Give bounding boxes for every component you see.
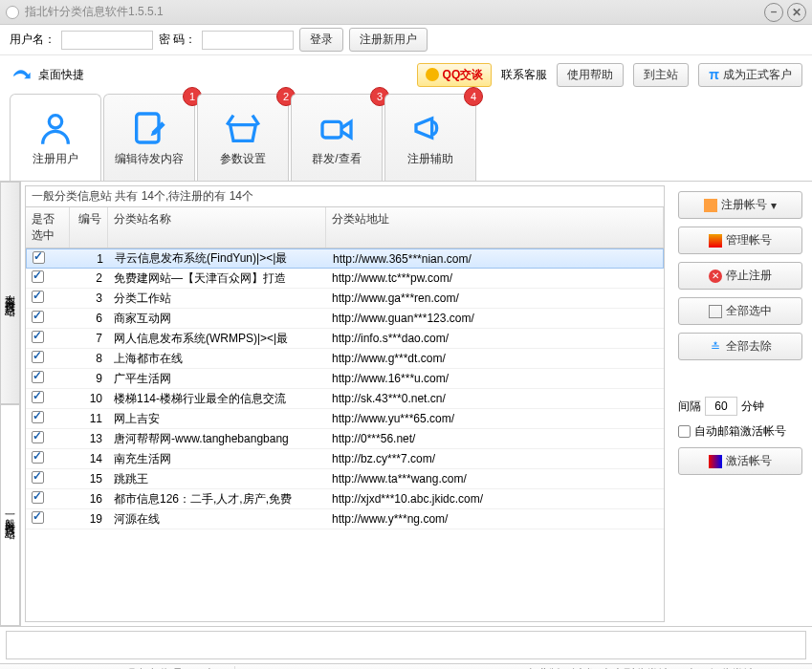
- auto-mail-checkbox[interactable]: 自动邮箱激活帐号: [678, 423, 802, 440]
- table-row[interactable]: 1寻云信息发布系统(FindYun)|><|最http://www.365***…: [26, 248, 664, 269]
- auto-mail-label: 自动邮箱激活帐号: [694, 423, 786, 440]
- minimize-button[interactable]: －: [764, 3, 783, 22]
- log-area[interactable]: [6, 631, 806, 659]
- login-bar: 用户名： 密 码： 登录 注册新用户: [0, 25, 812, 55]
- select-all-icon: [709, 305, 722, 318]
- row-checkbox[interactable]: [32, 311, 44, 323]
- row-name: 上海都市在线: [108, 349, 326, 369]
- remove-all-button[interactable]: ≛全部去除: [678, 333, 802, 360]
- select-all-label: 全部选中: [726, 303, 772, 319]
- main-site-button[interactable]: 到主站: [633, 63, 689, 87]
- table-row[interactable]: 10楼梯114-楼梯行业最全的信息交流http://sk.43***0.net.…: [26, 389, 664, 409]
- table-row[interactable]: 11网上吉安http://www.yu***65.com/: [26, 409, 664, 429]
- password-input[interactable]: [202, 31, 294, 50]
- row-number: 9: [70, 370, 108, 387]
- table-row[interactable]: 13唐河帮帮网-www.tanghebangbanghttp://0***56.…: [26, 429, 664, 449]
- desktop-shortcut-label: 桌面快捷: [38, 67, 84, 83]
- tab-label: 参数设置: [220, 151, 266, 167]
- main-tabs: 注册用户 1 编辑待发内容 2 参数设置 3 群发/查看 4 注册辅助: [0, 94, 812, 182]
- select-all-button[interactable]: 全部选中: [678, 297, 802, 325]
- auto-mail-input[interactable]: [678, 425, 691, 438]
- row-number: 14: [70, 450, 108, 467]
- tab-edit-content[interactable]: 1 编辑待发内容: [103, 94, 195, 181]
- row-url: http://0***56.net/: [326, 430, 664, 447]
- row-url: http://www.y***ng.com/: [326, 510, 664, 528]
- interval-row: 间隔 分钟: [678, 397, 802, 416]
- row-checkbox[interactable]: [32, 411, 44, 423]
- tab-settings[interactable]: 2 参数设置: [197, 94, 289, 181]
- tab-register-user[interactable]: 注册用户: [10, 94, 101, 181]
- vtab-large-sites[interactable]: 大型分类信息站: [0, 182, 20, 404]
- col-url[interactable]: 分类站地址: [326, 207, 664, 248]
- qq-contact-button[interactable]: QQ交谈: [417, 63, 493, 87]
- become-customer-button[interactable]: π成为正式客户: [698, 63, 802, 87]
- svg-rect-2: [322, 121, 341, 138]
- grid-body[interactable]: 1寻云信息发布系统(FindYun)|><|最http://www.365***…: [26, 248, 664, 621]
- row-checkbox[interactable]: [32, 371, 44, 383]
- table-row[interactable]: 7网人信息发布系统(WRMPS)|><|最http://info.s***dao…: [26, 329, 664, 349]
- row-number: 7: [70, 330, 108, 347]
- row-checkbox[interactable]: [32, 331, 44, 343]
- row-number: 6: [70, 310, 108, 327]
- row-checkbox[interactable]: [32, 351, 44, 363]
- contact-service-label: 联系客服: [501, 67, 547, 83]
- row-number: 13: [70, 430, 108, 447]
- password-label: 密 码：: [159, 32, 196, 48]
- remove-all-icon: ≛: [709, 340, 722, 354]
- row-checkbox[interactable]: [32, 471, 44, 484]
- row-checkbox[interactable]: [32, 270, 44, 283]
- pi-icon: π: [709, 67, 719, 82]
- row-name: 广平生活网: [108, 369, 326, 389]
- col-name[interactable]: 分类站名称: [108, 207, 326, 248]
- table-row[interactable]: 2免费建网站—【天津百众网】打造http://www.tc***pw.com/: [26, 269, 664, 289]
- stop-icon: ✕: [709, 270, 722, 283]
- row-number: 16: [70, 490, 108, 507]
- interval-unit: 分钟: [741, 399, 764, 415]
- side-panel: 注册帐号▾ 管理帐号 ✕停止注册 全部选中 ≛全部去除 间隔 分钟 自动邮箱激活…: [669, 182, 812, 626]
- table-row[interactable]: 15跳跳王http://www.ta***wang.com/: [26, 469, 664, 489]
- tab-send-view[interactable]: 3 群发/查看: [291, 94, 383, 181]
- table-row[interactable]: 16都市信息126：二手,人才,房产,免费http://xjxd***10.ab…: [26, 489, 664, 509]
- row-checkbox[interactable]: [32, 391, 44, 403]
- stop-register-button[interactable]: ✕停止注册: [678, 262, 802, 290]
- vtab-general-sites[interactable]: 一般分类信息站: [0, 404, 20, 627]
- row-url: http://www.365***nian.com/: [327, 250, 663, 268]
- manage-icon: [709, 234, 722, 248]
- tab-register-assist[interactable]: 4 注册辅助: [384, 94, 476, 181]
- table-row[interactable]: 9广平生活网http://www.16***u.com/: [26, 369, 664, 389]
- username-label: 用户名：: [10, 32, 55, 48]
- row-checkbox[interactable]: [32, 291, 44, 303]
- row-checkbox[interactable]: [32, 431, 44, 443]
- username-input[interactable]: [61, 31, 153, 50]
- table-row[interactable]: 14南充生活网http://bz.cy***7.com/: [26, 449, 664, 469]
- help-button[interactable]: 使用帮助: [557, 63, 624, 87]
- activate-account-button[interactable]: 激活帐号: [678, 447, 802, 475]
- col-number[interactable]: 编号: [70, 207, 108, 248]
- tab-label: 群发/查看: [312, 151, 361, 167]
- close-button[interactable]: ✕: [787, 3, 806, 22]
- row-checkbox[interactable]: [32, 491, 44, 504]
- row-number: 3: [70, 290, 108, 307]
- register-account-button[interactable]: 注册帐号▾: [678, 191, 802, 219]
- table-row[interactable]: 19河源在线http://www.y***ng.com/: [26, 509, 664, 529]
- row-name: 网上吉安: [108, 409, 326, 429]
- row-checkbox[interactable]: [32, 451, 44, 464]
- row-checkbox[interactable]: [33, 251, 45, 264]
- row-name: 寻云信息发布系统(FindYun)|><|最: [109, 248, 327, 269]
- manage-account-button[interactable]: 管理帐号: [678, 227, 802, 254]
- activate-account-label: 激活帐号: [726, 453, 772, 469]
- register-user-button[interactable]: 注册新用户: [349, 28, 428, 52]
- row-checkbox[interactable]: [32, 511, 44, 524]
- row-url: http://sk.43***0.net.cn/: [326, 390, 664, 407]
- desktop-shortcut-button[interactable]: 桌面快捷: [10, 62, 84, 87]
- col-select[interactable]: 是否选中: [26, 207, 70, 248]
- row-number: 10: [70, 390, 108, 407]
- row-number: 15: [70, 470, 108, 487]
- table-row[interactable]: 6商家互动网http://www.guan***123.com/: [26, 309, 664, 329]
- table-row[interactable]: 8上海都市在线http://www.g***dt.com/: [26, 349, 664, 369]
- table-row[interactable]: 3分类工作站http://www.ga***ren.com/: [26, 289, 664, 309]
- row-url: http://www.ta***wang.com/: [326, 470, 664, 487]
- window-title: 指北针分类信息软件1.5.5.1: [25, 4, 164, 20]
- login-button[interactable]: 登录: [299, 28, 343, 52]
- interval-input[interactable]: [705, 397, 737, 416]
